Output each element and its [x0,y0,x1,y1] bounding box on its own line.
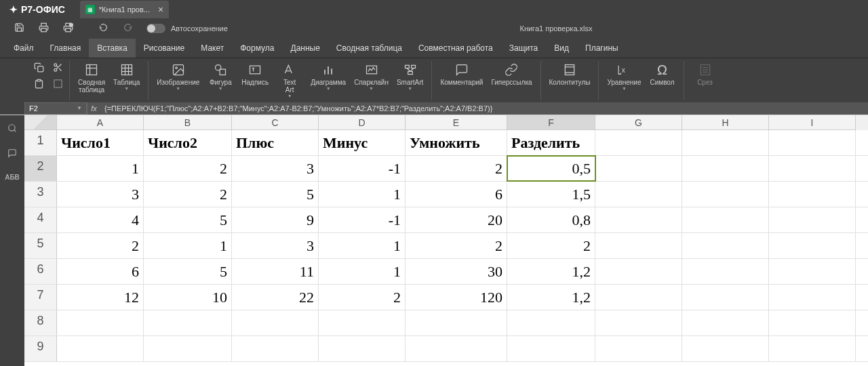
cell-A3[interactable]: 3 [57,182,144,207]
print-icon[interactable] [31,22,56,35]
cell-A9[interactable] [57,336,144,361]
col-header-A[interactable]: A [57,115,144,130]
cell-D1[interactable]: Минус [319,130,406,155]
sparkline-button[interactable]: Спарклайн▼ [350,61,393,92]
cell-C9[interactable] [232,336,319,361]
cell-I1[interactable] [769,130,856,155]
cell-I4[interactable] [769,207,856,232]
cell-A5[interactable]: 2 [57,233,144,258]
cell-B4[interactable]: 5 [144,207,232,232]
col-header-E[interactable]: E [406,115,507,130]
col-header-C[interactable]: C [232,115,319,130]
save-icon[interactable] [7,22,31,35]
chevron-down-icon[interactable]: ▼ [77,105,82,111]
cell-C2[interactable]: 3 [232,156,319,181]
cell-D2[interactable]: -1 [319,156,406,181]
undo-icon[interactable] [91,23,115,34]
cell-D9[interactable] [319,336,406,361]
menu-сводная таблица[interactable]: Сводная таблица [328,39,410,58]
col-header-F[interactable]: F [507,115,595,130]
table-button[interactable]: Таблица▼ [109,61,144,92]
cell-F6[interactable]: 1,2 [507,259,595,284]
col-header-I[interactable]: I [769,115,856,130]
cell-F7[interactable]: 1,2 [507,285,595,310]
cell-I5[interactable] [769,233,856,258]
col-header-B[interactable]: B [144,115,232,130]
cell-F2[interactable]: 0,5 [507,156,595,181]
row-header-3[interactable]: 3 [24,182,57,207]
chart-button[interactable]: Диаграмма▼ [307,61,350,92]
menu-главная[interactable]: Главная [42,39,90,58]
menu-файл[interactable]: Файл [5,39,42,58]
cell-I2[interactable] [769,156,856,181]
cell-B1[interactable]: Число2 [144,130,232,155]
cell-A7[interactable]: 12 [57,285,144,310]
menu-формула[interactable]: Формула [232,39,282,58]
cell-D5[interactable]: 1 [319,233,406,258]
document-tab[interactable]: ▦ *Книга1 пров... × [80,1,169,18]
copy-icon[interactable] [33,62,45,75]
symbol-button[interactable]: ΩСимвол [646,61,679,87]
cell-G5[interactable] [595,233,682,258]
cell-I8[interactable] [769,310,856,336]
cell-G8[interactable] [595,310,682,336]
autosave-toggle[interactable] [146,24,165,33]
cell-C7[interactable]: 22 [232,285,319,310]
cell-G1[interactable] [595,130,682,155]
cell-C1[interactable]: Плюс [232,130,319,155]
row-header-5[interactable]: 5 [24,233,57,258]
col-header-G[interactable]: G [595,115,682,130]
cell-C4[interactable]: 9 [232,207,319,232]
comments-panel-icon[interactable] [7,148,17,160]
cell-H9[interactable] [682,336,769,361]
select-all-corner[interactable] [24,115,57,130]
row-header-9[interactable]: 9 [24,336,57,361]
formula-input[interactable]: {=ПЕРЕКЛЮЧ(F1;"Плюс";A2:A7+B2:B7;"Минус"… [100,102,868,115]
cell-I3[interactable] [769,182,856,207]
row-header-1[interactable]: 1 [24,130,57,155]
slicer-button[interactable]: Срез [688,61,722,87]
cell-F9[interactable] [507,336,595,361]
cell-A8[interactable] [57,310,144,336]
menu-рисование[interactable]: Рисование [136,39,193,58]
col-header-D[interactable]: D [319,115,406,130]
cell-A4[interactable]: 4 [57,207,144,232]
row-header-6[interactable]: 6 [24,259,57,284]
cell-C5[interactable]: 3 [232,233,319,258]
cell-E2[interactable]: 2 [406,156,507,181]
cell-C6[interactable]: 11 [232,259,319,284]
cell-D7[interactable]: 2 [319,285,406,310]
cell-B3[interactable]: 2 [144,182,232,207]
row-header-7[interactable]: 7 [24,285,57,310]
smartart-button[interactable]: SmartArt▼ [393,61,427,92]
cell-D3[interactable]: 1 [319,182,406,207]
search-icon[interactable] [7,123,17,135]
cell-E9[interactable] [406,336,507,361]
spreadsheet-grid[interactable]: ABCDEFGHI 1Число1Число2ПлюсМинусУмножить… [24,115,868,366]
cell-C3[interactable]: 5 [232,182,319,207]
menu-плагины[interactable]: Плагины [577,39,627,58]
cell-E6[interactable]: 30 [406,259,507,284]
cell-H8[interactable] [682,310,769,336]
cell-A6[interactable]: 6 [57,259,144,284]
row-header-4[interactable]: 4 [24,207,57,232]
cell-F5[interactable]: 2 [507,233,595,258]
menu-совместная работа[interactable]: Совместная работа [410,39,501,58]
cell-F3[interactable]: 1,5 [507,182,595,207]
pivot-table-button[interactable]: Сводная таблица [74,61,109,95]
cell-A2[interactable]: 1 [57,156,144,181]
cell-H2[interactable] [682,156,769,181]
tab-close-icon[interactable]: × [158,4,163,15]
shape-button[interactable]: Фигура▼ [203,61,237,92]
cell-E7[interactable]: 120 [406,285,507,310]
cell-E1[interactable]: Умножить [406,130,507,155]
cell-G4[interactable] [595,207,682,232]
cell-G3[interactable] [595,182,682,207]
cell-F8[interactable] [507,310,595,336]
col-header-H[interactable]: H [682,115,769,130]
cell-A1[interactable]: Число1 [57,130,144,155]
quick-print-icon[interactable] [56,22,80,35]
fx-icon[interactable]: fx [87,102,100,115]
cell-G7[interactable] [595,285,682,310]
cell-B8[interactable] [144,310,232,336]
